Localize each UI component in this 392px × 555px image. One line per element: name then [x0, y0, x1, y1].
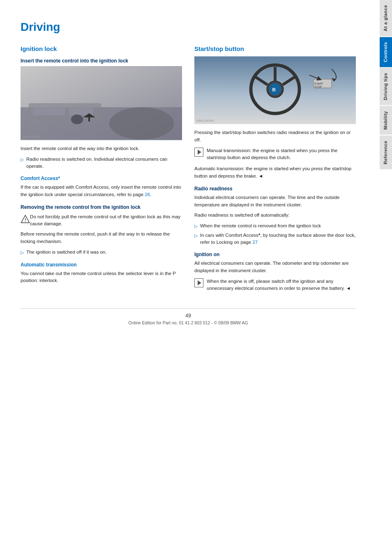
radio-readiness-body1: Individual electrical consumers can oper…: [194, 194, 356, 209]
comfort-access-heading: Comfort Access*: [21, 176, 182, 181]
insert-remote-heading: Insert the remote control into the ignit…: [21, 58, 182, 64]
svg-text:WBCL090046: WBCL090046: [196, 119, 214, 122]
car-interior-svg: WBCL030054: [21, 66, 182, 140]
engine-off-note: When the engine is off, please switch of…: [194, 278, 356, 292]
manual-note-text: Manual transmission: the engine is start…: [207, 147, 356, 162]
tab-reference[interactable]: Reference: [380, 136, 392, 169]
comfort-access-body: If the car is equipped with Comfort Acce…: [21, 184, 182, 199]
removing-remote-body: Before removing the remote control, push…: [21, 231, 182, 245]
comfort-access-link[interactable]: 26: [145, 192, 150, 197]
note-play-icon-2: [194, 278, 203, 287]
tab-mobility[interactable]: Mobility: [380, 106, 392, 135]
two-column-layout: Ignition lock Insert the remote control …: [21, 45, 356, 296]
svg-point-5: [71, 115, 83, 125]
ignition-lock-heading: Ignition lock: [21, 45, 182, 52]
locking-link[interactable]: 27: [252, 240, 258, 245]
svg-point-7: [109, 107, 174, 140]
radio-readiness-body2: Radio readiness is switched off automati…: [194, 212, 356, 219]
sidebar-tabs: At a glance Controls Driving tips Mobili…: [376, 0, 392, 555]
svg-text:STOP: STOP: [314, 86, 322, 88]
radio-readiness-bullet: ▷ Radio readiness is switched on. Indivi…: [21, 156, 182, 170]
comfort-access-bullet-text: In cars with Comfort Access*, by touchin…: [200, 232, 356, 246]
warning-text: Do not forcibly pull the remote control …: [30, 213, 182, 228]
bullet-triangle-3: ▷: [194, 223, 198, 230]
start-stop-image: B START STOP: [194, 56, 356, 124]
start-stop-heading: Start/stop button: [194, 45, 356, 52]
remote-removed-text: When the remote control is removed from …: [200, 222, 321, 229]
car-interior-image: WBCL030054: [21, 66, 182, 140]
start-stop-body: Pressing the start/stop button switches …: [194, 129, 356, 144]
steering-wheel-image: B START STOP: [194, 56, 356, 124]
radio-readiness-heading: Radio readiness: [194, 186, 356, 192]
bullet-triangle-1: ▷: [21, 156, 24, 163]
insert-remote-body: Insert the remote control all the way in…: [21, 145, 182, 153]
ignition-on-body: All electrical consumers can operate. Th…: [194, 260, 356, 275]
ignition-lock-image: WBCL030054: [21, 66, 182, 140]
note-play-icon: [194, 148, 203, 157]
right-column: Start/stop button: [194, 45, 356, 296]
warning-icon: !: [21, 213, 30, 225]
steering-wheel-svg: B START STOP: [194, 56, 356, 124]
comfort-access-bullet: ▷ In cars with Comfort Access*, by touch…: [194, 232, 356, 246]
engine-off-note-text: When the engine is off, please switch of…: [207, 278, 356, 292]
svg-rect-3: [32, 107, 65, 116]
auto-transmission-body: You cannot take out the remote control u…: [21, 270, 182, 285]
page-title: Driving: [21, 21, 356, 34]
ignition-off-bullet: ▷ The ignition is switched off if it was…: [21, 249, 182, 256]
footer-text: Online Edition for Part no. 01 41 2 603 …: [21, 320, 356, 325]
svg-text:START: START: [314, 82, 324, 85]
svg-text:B: B: [272, 87, 276, 92]
play-triangle-icon: [198, 150, 201, 155]
bullet-triangle-2: ▷: [21, 249, 24, 256]
removing-remote-heading: Removing the remote control from the ign…: [21, 204, 182, 210]
page-footer: 49 Online Edition for Part no. 01 41 2 6…: [21, 308, 356, 325]
tab-driving-tips[interactable]: Driving tips: [380, 68, 392, 105]
play-triangle-icon-2: [198, 280, 201, 285]
page-number: 49: [21, 313, 356, 319]
svg-text:WBCL030054: WBCL030054: [23, 135, 40, 138]
main-content: Driving Ignition lock Insert the remote …: [0, 0, 376, 342]
ignition-on-heading: Ignition on: [194, 252, 356, 257]
warning-box: ! Do not forcibly pull the remote contro…: [21, 213, 182, 228]
ignition-off-text: The ignition is switched off if it was o…: [26, 249, 106, 256]
svg-text:!: !: [25, 218, 26, 222]
tab-controls[interactable]: Controls: [380, 37, 392, 67]
tab-at-a-glance[interactable]: At a glance: [380, 0, 392, 36]
manual-transmission-note: Manual transmission: the engine is start…: [194, 147, 356, 162]
remote-removed-bullet: ▷ When the remote control is removed fro…: [194, 222, 356, 230]
auto-transmission-heading: Automatic transmission: [21, 262, 182, 268]
auto-trans-note: Automatic transmission: the engine is st…: [194, 165, 356, 180]
left-column: Ignition lock Insert the remote control …: [21, 45, 182, 296]
bullet-triangle-4: ▷: [194, 232, 198, 239]
radio-readiness-text: Radio readiness is switched on. Individu…: [26, 156, 182, 170]
